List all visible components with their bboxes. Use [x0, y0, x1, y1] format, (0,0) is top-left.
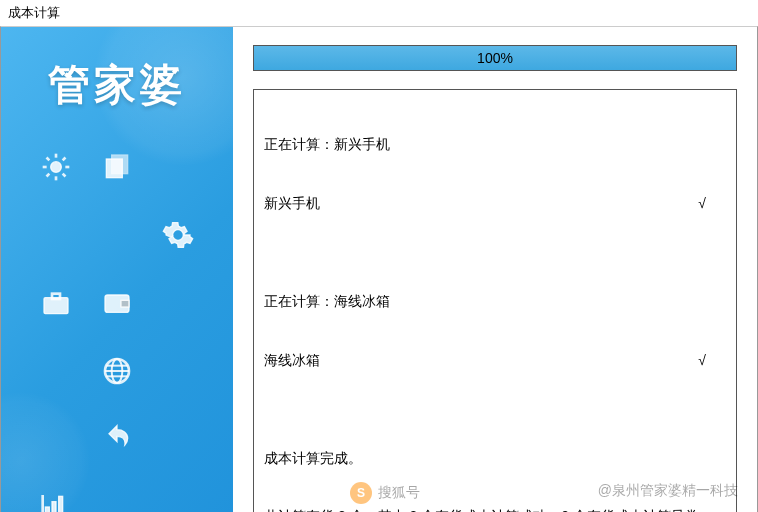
svg-line-7 [47, 174, 50, 177]
main-panel: 100% 正在计算：新兴手机 新兴手机√ 正在计算：海线冰箱 海线冰箱√ 成本计… [233, 27, 757, 512]
svg-point-0 [51, 162, 62, 173]
svg-rect-12 [52, 294, 60, 299]
log-line: 共计算存货 2 个，其中 2 个存货成本计算成功，0 个存货成本计算异常。共耗时… [264, 507, 726, 512]
blank-icon-5 [31, 347, 82, 395]
svg-line-8 [63, 158, 66, 161]
blank-icon-8 [152, 415, 203, 463]
bar-chart-icon [31, 483, 82, 512]
log-line: 正在计算：新兴手机 [264, 135, 390, 155]
log-check [706, 292, 726, 312]
blank-icon-10 [152, 483, 203, 512]
brand-logo-text: 管家婆 [1, 27, 233, 133]
gear-icon [152, 211, 203, 259]
blank-icon-7 [31, 415, 82, 463]
undo-icon [92, 415, 143, 463]
blank-icon-6 [152, 347, 203, 395]
log-check: √ [698, 194, 726, 214]
app-window: 成本计算 管家婆 [0, 0, 758, 512]
sidebar-icon-grid [1, 133, 233, 512]
wallet-icon [92, 279, 143, 327]
window-title: 成本计算 [0, 0, 758, 26]
sun-icon [31, 143, 82, 191]
blank-icon-3 [92, 211, 143, 259]
svg-rect-22 [59, 496, 63, 512]
svg-line-5 [47, 158, 50, 161]
documents-icon [92, 143, 143, 191]
log-check [706, 135, 726, 155]
blank-icon-2 [31, 211, 82, 259]
svg-rect-21 [52, 502, 56, 512]
svg-rect-20 [46, 507, 50, 512]
log-line: 正在计算：海线冰箱 [264, 292, 390, 312]
blank-icon-9 [92, 483, 143, 512]
log-output: 正在计算：新兴手机 新兴手机√ 正在计算：海线冰箱 海线冰箱√ 成本计算完成。 … [253, 89, 737, 512]
progress-bar: 100% [253, 45, 737, 71]
svg-rect-10 [112, 155, 128, 174]
log-check: √ [698, 351, 726, 371]
briefcase-icon [31, 279, 82, 327]
sidebar: 管家婆 [1, 27, 233, 512]
log-line: 成本计算完成。 [264, 449, 362, 469]
content-area: 管家婆 [0, 26, 758, 512]
globe-icon [92, 347, 143, 395]
blank-icon-4 [152, 279, 203, 327]
blank-icon [152, 143, 203, 191]
progress-text: 100% [254, 46, 736, 70]
svg-rect-14 [121, 300, 129, 307]
log-line: 新兴手机 [264, 194, 320, 214]
svg-line-6 [63, 174, 66, 177]
log-line: 海线冰箱 [264, 351, 320, 371]
